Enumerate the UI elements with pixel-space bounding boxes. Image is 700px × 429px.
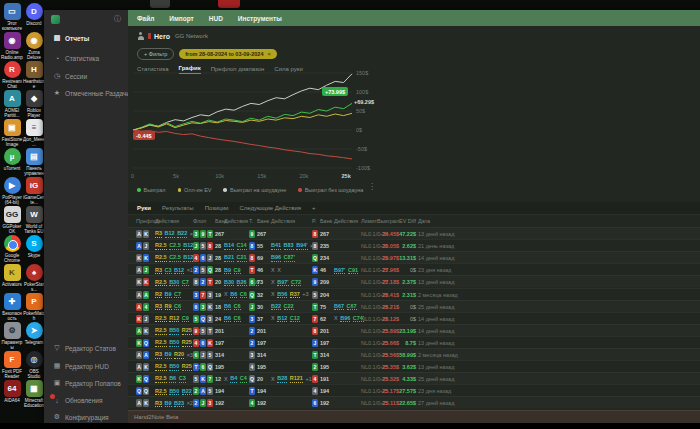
sidebar-item-configuration[interactable]: ⚙Конфигурация	[44, 409, 128, 425]
hand-row[interactable]: KKR2.5C2.5B12×146J28B21C21869B96C87'Q234…	[128, 251, 700, 263]
desktop-icon-potplayer-64-bit-[interactable]: ▶PotPlayer (64-bit)	[1, 177, 23, 205]
hand-row[interactable]: AJR3C3B12×125Q28B9C9T46XXK46B97'C91NL0.1…	[128, 263, 700, 275]
hand-row[interactable]: A4R3R9C663K18B6C6J30B22C22T75B67C67NL0.1…	[128, 300, 700, 312]
hand-row[interactable]: AAR3B9R20×36J53143314T314NL0.1/0.25-25.5…	[128, 348, 700, 360]
desktop-icon-utorrent[interactable]: µuTorrent	[1, 148, 23, 171]
action-token: B97'	[277, 279, 288, 287]
card-2d: 2	[200, 278, 206, 286]
hand-row[interactable]: AAR2B9C737319XB6C6Q32XB56R37+35204NL0.1/…	[128, 288, 700, 300]
desktop-icon-aomei-partiti-[interactable]: AAOMEI Partiti...	[1, 90, 23, 118]
desktop-icon-telegram[interactable]: ➤Telegram	[23, 322, 45, 345]
column-header-12[interactable]: Выиграл	[377, 218, 399, 224]
column-header-4[interactable]: Действия	[224, 218, 248, 224]
desktop-icon-activators[interactable]: KActivators	[1, 264, 23, 287]
desktop-icon-дол-мене-[interactable]: ≡Дол_Мене...	[23, 119, 45, 147]
legend-item-выиграл[interactable]: Выиграл	[137, 187, 166, 193]
desktop-icon-панель-управления[interactable]: ▤Панель управления	[23, 148, 45, 176]
chart-menu-icon[interactable]: ⋮	[368, 182, 376, 191]
desktop-icon-этот-компьютер[interactable]: ▭Этот компьютер	[1, 3, 23, 31]
hands-tab-+[interactable]: +	[312, 205, 316, 211]
action-token: R2.5	[155, 363, 167, 371]
menu-hud[interactable]: HUD	[209, 15, 223, 22]
column-header-13[interactable]: EV Diff	[399, 218, 416, 224]
column-header-14[interactable]: Дата	[418, 218, 430, 224]
desktop-icon-foxit-pdf-reader[interactable]: FFoxit PDF Reader	[1, 351, 23, 379]
sidebar-item-reports[interactable]: ▤Отчеты	[44, 30, 128, 46]
legend-dot-icon	[223, 188, 227, 192]
hands-tab-руки[interactable]: Руки	[137, 205, 151, 211]
hand-row[interactable]: AKR2.5B50R25×295T20122018201NL0.1/0.25-2…	[128, 324, 700, 336]
sidebar-item-statistics[interactable]: ◔Статистика	[44, 50, 128, 66]
legend-item-выиграл-на-шоудауне[interactable]: Выиграл на шоудауне	[223, 187, 286, 193]
menu-файл[interactable]: Файл	[137, 15, 154, 22]
sidebar-item-popup-editor[interactable]: ▣Редактор Попапов	[44, 375, 128, 391]
hands-tab-позиции[interactable]: Позиции	[205, 205, 229, 211]
hand-row[interactable]: AKR3B12B22×239T26792678267NL0.1/0.25-34.…	[128, 227, 700, 239]
sidebar-item-hud-editor[interactable]: ▦Редактор HUD	[44, 358, 128, 374]
desktop-icon-roblox-player[interactable]: ◆Roblox Player	[23, 90, 45, 118]
action-token: C2.5	[169, 254, 181, 262]
column-header-11[interactable]: Лимит	[361, 218, 377, 224]
sidebar-item-marked-hands[interactable]: ★Отмеченные Раздачи	[44, 85, 128, 101]
legend-item-олл-ин-ev[interactable]: Олл-ин EV	[178, 187, 212, 193]
action-token: B14	[224, 242, 234, 250]
card-Jc: J	[193, 242, 199, 250]
hand-row[interactable]: KQR2.5B6C35K712XB4C4Q20XB28R121+14191NL0…	[128, 372, 700, 384]
column-header-10[interactable]: Действия	[334, 218, 358, 224]
desktop-icon-minecraft-education[interactable]: ▦Minecraft Education	[23, 380, 45, 408]
hand-row[interactable]: KJR2.5R12C95Q324B6C6337XB12C12762XB96C74…	[128, 312, 700, 324]
desktop-icon-skype[interactable]: SSkype	[23, 235, 45, 258]
hand-row[interactable]: KKR2.5B30C782T20B30B26C16673XB97'C729209…	[128, 275, 700, 287]
hand-row[interactable]: QQR2.5B50B22×22A5194T1944194NL0.1/0.25-2…	[128, 384, 700, 396]
card-4s: 4	[312, 387, 318, 395]
app-icon: 64	[4, 380, 21, 397]
column-header-8[interactable]: Р.	[312, 218, 316, 224]
action-token: C87'	[284, 254, 295, 262]
card-Js: J	[143, 242, 149, 250]
desktop-icon-ggpokerok[interactable]: GGGGPokerOK	[1, 206, 23, 234]
legend-item-выиграл-без-шоудауна[interactable]: Выиграл без шоудауна	[298, 187, 363, 193]
hand-row[interactable]: AKR3B9B23×22J319241926192NL0.1/0.25-25.1…	[128, 396, 700, 408]
desktop-icon-google-chrome[interactable]: Google Chrome	[1, 235, 23, 263]
desktop-icon-restream-chat[interactable]: RRestream Chat	[1, 61, 23, 89]
hand-row[interactable]: AJR2.5C2.5B12×1J5828B14C14855B41B83B94'×…	[128, 239, 700, 251]
turn-cell: 4	[249, 397, 256, 409]
player-row[interactable]: Hero GG Network	[128, 28, 700, 44]
desktop-icon-pokerstars-[interactable]: ♠PokerStars...	[23, 264, 45, 292]
desktop-icon-obs-studio[interactable]: ◎OBS Studio	[23, 351, 45, 379]
sidebar-item-sessions[interactable]: ◷Сессии	[44, 68, 128, 84]
desktop-icon-faststone-image-viewer[interactable]: ▣FastStone Image Viewer	[1, 119, 23, 147]
app-icon: ◉	[4, 32, 21, 49]
desktop-icon-online-radio-amp-[interactable]: ◉Online Radio.amp...	[1, 32, 23, 60]
column-header-5[interactable]: Т.	[249, 218, 253, 224]
hand-row[interactable]: AKR2.5B50R25×2T6Q19541952195NL0.1/0.25-2…	[128, 360, 700, 372]
desktop-icon-igamecente-[interactable]: iGiGameCente...	[23, 177, 45, 205]
hands-tab-следующие-действия[interactable]: Следующие Действия	[239, 205, 301, 211]
date-filter-chip[interactable]: from 28-08-2024 to 03-09-2024 ×	[179, 49, 276, 59]
desktop-icon-hearthstone[interactable]: HHearthstone	[23, 61, 45, 89]
column-header-9[interactable]: Банк	[320, 218, 332, 224]
desktop-icon-world-of-tanks-eu[interactable]: WWorld of Tanks EU	[23, 206, 45, 234]
desktop-icon-параметры[interactable]: ⚙Параметры	[1, 322, 23, 350]
action-token: R20	[174, 351, 184, 359]
column-header-7[interactable]: Действия	[271, 218, 295, 224]
sidebar-item-stats-editor[interactable]: ▽Редактор Статов	[44, 340, 128, 356]
action-token: B9	[165, 400, 172, 408]
close-icon[interactable]: ×	[267, 51, 270, 57]
add-filter-button[interactable]: + Фильтр	[137, 48, 174, 60]
hands-tab-результаты[interactable]: Результаты	[162, 205, 194, 211]
desktop-icon-aida64[interactable]: 64AIDA64	[1, 380, 23, 403]
app-icon: µ	[4, 148, 21, 165]
column-header-2[interactable]: Флоп	[193, 218, 206, 224]
hand-row[interactable]: KQR2.5B50R25×246K1972197J197NL0.1/0.25-2…	[128, 336, 700, 348]
menu-инструменты[interactable]: Инструменты	[238, 15, 282, 22]
desktop-icon-zuma-deluxe[interactable]: ◉Zuma Deluxe	[23, 32, 45, 60]
desktop-icon-discord[interactable]: DDiscord	[23, 3, 45, 26]
menu-импорт[interactable]: Импорт	[169, 15, 193, 22]
desktop-icon-pokermatch[interactable]: PPokerMatch	[23, 293, 45, 321]
desktop-icon-безопасность-windows[interactable]: ✚Безопасность Windows	[1, 293, 23, 321]
column-header-1[interactable]: Действия	[155, 218, 179, 224]
column-header-6[interactable]: Банк	[257, 218, 269, 224]
sidebar-item-updates[interactable]: ↓Обновления	[44, 392, 128, 408]
info-icon[interactable]: ⓘ	[114, 14, 121, 24]
